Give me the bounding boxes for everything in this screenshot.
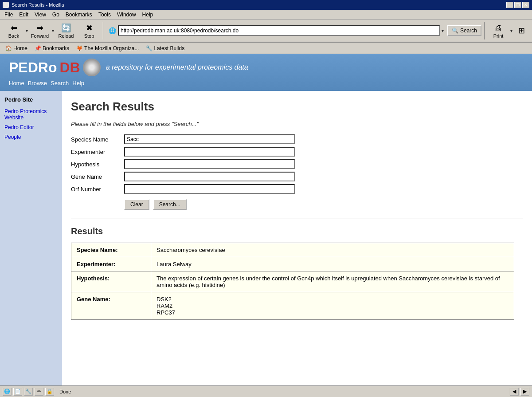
address-input[interactable] [118, 25, 440, 36]
experimenter-value-cell: Laura Selway [151, 257, 514, 271]
menu-go[interactable]: Go [50, 11, 62, 19]
print-button[interactable]: 🖨 Print [487, 21, 509, 40]
print-label: Print [493, 33, 504, 39]
sidebar-item-editor[interactable]: Pedro Editor [4, 124, 58, 130]
status-icons: 🌐 📄 🔧 ✏ 🔒 [3, 388, 54, 396]
experimenter-row: Experimenter [71, 147, 523, 157]
hypothesis-input[interactable] [124, 159, 295, 169]
sidebar: Pedro Site Pedro ProteomicsWebsite Pedro… [0, 91, 62, 385]
print-icon: 🖨 [493, 23, 504, 33]
status-nav-left[interactable]: ◀ [510, 388, 519, 396]
menu-bar: File Edit View Go Bookmarks Tools Window… [0, 10, 532, 20]
sidebar-button[interactable]: ⊞ [513, 21, 529, 40]
species-input[interactable] [124, 134, 295, 144]
menu-tools[interactable]: Tools [96, 11, 113, 19]
forward-arrow-icon[interactable]: ▾ [52, 28, 54, 33]
bookmark-bookmarks[interactable]: 📌 Bookmarks [32, 44, 72, 52]
bookmarks-bar: 🏠 Home 📌 Bookmarks 🦊 The Mozilla Organiz… [0, 43, 532, 54]
status-right: ◀ ▶ [510, 388, 529, 396]
menu-file[interactable]: File [2, 11, 16, 19]
sidebar-title: Pedro Site [4, 96, 58, 103]
stop-button[interactable]: ✖ Stop [78, 21, 100, 40]
mozilla-icon: 🦊 [76, 45, 83, 51]
search-button[interactable]: 🔍 Search [447, 25, 481, 36]
toolbar: ⬅ Back ▾ ➡ Forward ▾ 🔄 Reload ✖ Stop 🌐 ▾… [0, 20, 532, 43]
logo-db: DB [59, 59, 80, 76]
nav-help[interactable]: Help [72, 80, 84, 86]
orf-number-input[interactable] [124, 184, 295, 194]
nav-search[interactable]: Search [51, 80, 69, 86]
search-form: Species Name Experimenter Hypothesis Gen… [71, 134, 523, 210]
logo-pedro: PEDRo [9, 59, 57, 76]
gene-name-input[interactable] [124, 172, 295, 181]
divider [71, 219, 523, 219]
window-icon [3, 2, 9, 8]
window-title: Search Results - Mozilla [12, 2, 64, 8]
bookmark-builds-label: Latest Builds [154, 45, 184, 51]
reload-button[interactable]: 🔄 Reload [55, 21, 77, 40]
go-icon: 🌐 [109, 27, 116, 34]
logo-circle-icon [83, 59, 101, 76]
bookmark-home[interactable]: 🏠 Home [3, 44, 30, 52]
menu-bookmarks[interactable]: Bookmarks [63, 11, 95, 19]
page-body: Pedro Site Pedro ProteomicsWebsite Pedro… [0, 91, 532, 385]
hypothesis-label: Hypothesis [71, 161, 124, 168]
bookmark-mozilla[interactable]: 🦊 The Mozilla Organiza... [74, 44, 141, 52]
sidebar-item-proteomics[interactable]: Pedro ProteomicsWebsite [4, 108, 58, 121]
back-icon: ⬅ [8, 23, 19, 33]
toolbar-separator [103, 22, 103, 39]
status-nav-right[interactable]: ▶ [520, 388, 529, 396]
address-dropdown-icon[interactable]: ▾ [442, 28, 444, 33]
toolbar-separator-2 [484, 22, 485, 39]
minimize-button[interactable]: _ [506, 2, 513, 8]
hypothesis-value-cell: The expression of certain genes is under… [151, 271, 514, 292]
page-header: PEDRoDB a repository for experimental pr… [0, 54, 532, 91]
back-label: Back [8, 33, 19, 39]
browser-content: PEDRoDB a repository for experimental pr… [0, 54, 532, 385]
address-bar: 🌐 ▾ [109, 25, 444, 36]
window-controls[interactable]: _ ❐ ✕ [506, 2, 529, 8]
search-icon: 🔍 [452, 28, 458, 34]
menu-edit[interactable]: Edit [16, 11, 31, 19]
bookmark-mozilla-label: The Mozilla Organiza... [84, 45, 139, 51]
menu-window[interactable]: Window [114, 11, 139, 19]
search-form-button[interactable]: Search... [153, 199, 187, 210]
orf-number-label: Orf Number [71, 186, 124, 193]
sidebar-item-people[interactable]: People [4, 134, 58, 140]
instruction-text: Please fill in the fields below and pres… [71, 121, 523, 127]
forward-button[interactable]: ➡ Forward [29, 21, 51, 40]
forward-label: Forward [31, 33, 49, 39]
experimenter-input[interactable] [124, 147, 295, 157]
orf-number-row: Orf Number [71, 184, 523, 194]
menu-help[interactable]: Help [140, 11, 156, 19]
species-row: Species Name [71, 134, 523, 144]
experimenter-label: Experimenter [71, 149, 124, 155]
bookmark-home-label: Home [13, 45, 27, 51]
nav-home[interactable]: Home [9, 80, 24, 86]
print-arrow-icon[interactable]: ▾ [510, 28, 512, 33]
gene-name-3: RPC37 [156, 309, 509, 316]
logo-tagline: a repository for experimental proteomics… [106, 63, 248, 71]
back-button[interactable]: ⬅ Back [3, 21, 25, 40]
page-title: Search Results [71, 100, 523, 114]
nav-links: Home Browse Search Help [9, 80, 523, 86]
table-row: Experimenter: Laura Selway [71, 257, 514, 271]
status-icon-1: 🌐 [3, 388, 12, 396]
table-row: Gene Name: DSK2 RAM2 RPC37 [71, 292, 514, 320]
bookmark-builds[interactable]: 🔧 Latest Builds [143, 44, 187, 52]
table-row: Hypothesis: The expression of certain ge… [71, 271, 514, 292]
results-table: Species Name: Saccharomyces cerevisiae E… [71, 243, 514, 320]
menu-view[interactable]: View [32, 11, 49, 19]
table-row: Species Name: Saccharomyces cerevisiae [71, 243, 514, 257]
bookmark-bookmarks-label: Bookmarks [43, 45, 69, 51]
gene-name-2: RAM2 [156, 303, 509, 309]
clear-button[interactable]: Clear [124, 199, 149, 210]
close-button[interactable]: ✕ [522, 2, 529, 8]
main-content: Search Results Please fill in the fields… [62, 91, 532, 385]
nav-browse[interactable]: Browse [28, 80, 47, 86]
back-arrow-icon[interactable]: ▾ [26, 28, 28, 33]
gene-names-cell: DSK2 RAM2 RPC37 [151, 292, 514, 320]
reload-label: Reload [59, 33, 74, 39]
status-icon-4: ✏ [35, 388, 43, 396]
restore-button[interactable]: ❐ [514, 2, 521, 8]
